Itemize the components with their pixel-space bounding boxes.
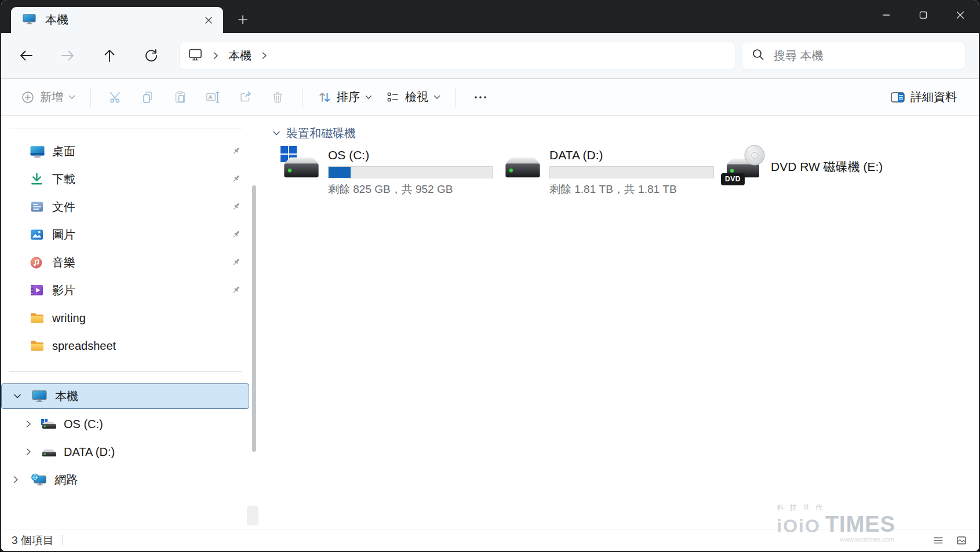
rename-button[interactable] [196, 85, 229, 110]
tree-item-label: OS (C:) [64, 418, 103, 431]
details-pane-button[interactable]: 詳細資料 [883, 85, 964, 110]
music-icon [30, 256, 45, 269]
toolbar-separator [302, 87, 303, 107]
maximize-button[interactable] [905, 0, 942, 30]
pin-icon [231, 285, 241, 297]
drive-info: OS (C:) 剩餘 825 GB，共 952 GB [328, 148, 493, 197]
tab-close-icon[interactable] [200, 12, 217, 29]
tree-item-label: DATA (D:) [64, 445, 115, 459]
data-drive-icon [504, 148, 541, 183]
explorer-tab[interactable]: 本機 [11, 7, 223, 33]
refresh-button[interactable] [138, 42, 165, 69]
navigation-pane: 桌面 下載 [1, 116, 260, 529]
sidebar-scrollbar-track[interactable] [247, 506, 258, 525]
view-button[interactable]: 檢視 [379, 85, 447, 110]
tree-item-os-c[interactable]: OS (C:) [1, 410, 260, 438]
sidebar-item-label: spreadsheet [52, 339, 260, 353]
sidebar-item-documents[interactable]: 文件 [1, 193, 260, 221]
pictures-icon [30, 228, 45, 241]
group-header-devices[interactable]: 裝置和磁碟機 [272, 125, 979, 141]
chevron-down-icon [68, 95, 75, 100]
content-area: 桌面 下載 [1, 116, 979, 529]
drive-info: DATA (D:) 剩餘 1.81 TB，共 1.81 TB [549, 148, 714, 197]
chevron-down-icon [365, 95, 372, 100]
large-icons-view-toggle[interactable] [952, 532, 971, 549]
items-count: 3 個項目 [12, 533, 54, 548]
sort-button-label: 排序 [337, 89, 360, 105]
pin-icon [231, 146, 241, 158]
folder-icon [30, 339, 45, 352]
drive-name: OS (C:) [328, 148, 493, 162]
sidebar-item-music[interactable]: 音樂 [1, 248, 260, 276]
breadcrumb-root[interactable]: 本機 [228, 48, 252, 64]
drive-tile-dvd-e[interactable]: DVD DVD RW 磁碟機 (E:) [726, 148, 941, 197]
title-bar: 本機 [1, 0, 979, 33]
search-box[interactable] [742, 42, 965, 69]
cut-button[interactable] [99, 85, 132, 110]
sidebar-item-label: 圖片 [52, 227, 260, 243]
minimize-button[interactable] [868, 0, 905, 30]
pin-icon [231, 257, 241, 269]
sidebar-item-spreadsheet[interactable]: spreadsheet [1, 332, 260, 360]
computer-icon [188, 47, 203, 64]
search-input[interactable] [774, 49, 956, 63]
chevron-down-icon[interactable] [13, 393, 23, 399]
sort-button[interactable]: 排序 [311, 85, 379, 110]
sidebar-item-writing[interactable]: writing [1, 304, 260, 332]
tree-item-network[interactable]: 網路 [1, 466, 260, 493]
share-button[interactable] [229, 85, 261, 110]
up-button[interactable] [96, 42, 123, 69]
sidebar-item-label: 音樂 [52, 255, 260, 270]
tree-item-data-d[interactable]: DATA (D:) [1, 438, 260, 466]
dvd-drive-icon: DVD [726, 148, 763, 183]
pinned-section: 桌面 下載 [1, 129, 260, 365]
this-pc-icon [32, 390, 49, 403]
tree-item-this-pc[interactable]: 本機 [1, 383, 249, 409]
pin-icon [231, 174, 241, 186]
chevron-right-icon[interactable] [13, 476, 22, 484]
sidebar-item-desktop[interactable]: 桌面 [1, 137, 260, 165]
tab-title: 本機 [45, 12, 200, 28]
drive-tile-data-d[interactable]: DATA (D:) 剩餘 1.81 TB，共 1.81 TB [504, 148, 720, 197]
pin-icon [231, 229, 241, 242]
details-pane-icon [890, 91, 905, 104]
drive-name: DVD RW 磁碟機 (E:) [771, 160, 883, 174]
new-tab-button[interactable] [232, 9, 254, 30]
data-drive-icon [41, 446, 58, 458]
sidebar-item-pictures[interactable]: 圖片 [1, 221, 260, 248]
delete-button[interactable] [261, 85, 294, 110]
sidebar-item-label: 影片 [52, 283, 260, 298]
drive-tile-os-c[interactable]: OS (C:) 剩餘 825 GB，共 952 GB [283, 148, 498, 197]
dvd-disc-icon [744, 145, 765, 166]
sidebar-item-label: 文件 [52, 199, 260, 215]
pin-icon [231, 202, 241, 214]
new-button-label: 新增 [40, 89, 63, 105]
navigation-bar: 本機 [1, 33, 979, 78]
file-explorer-window: 本機 [0, 0, 980, 552]
tree-section: 本機 OS (C:) [1, 372, 260, 493]
chevron-right-icon [212, 52, 219, 60]
view-button-label: 檢視 [405, 89, 428, 105]
close-window-button[interactable] [942, 0, 979, 30]
more-options-button[interactable] [464, 85, 497, 110]
sidebar-scrollbar[interactable] [252, 185, 256, 452]
toolbar-separator [456, 87, 456, 107]
details-view-toggle[interactable] [929, 532, 948, 549]
toolbar-separator [90, 87, 91, 107]
folder-icon [30, 312, 45, 324]
chevron-right-icon[interactable] [25, 448, 35, 456]
sidebar-item-downloads[interactable]: 下載 [1, 165, 260, 193]
sidebar-item-label: 下載 [52, 171, 260, 187]
breadcrumb[interactable]: 本機 [180, 42, 735, 69]
chevron-right-icon[interactable] [261, 52, 268, 60]
capacity-bar-fill [329, 167, 351, 178]
desktop-icon [30, 145, 45, 158]
paste-button[interactable] [164, 85, 196, 110]
back-button[interactable] [13, 42, 39, 69]
copy-button[interactable] [132, 85, 164, 110]
forward-button[interactable] [54, 42, 81, 69]
sidebar-item-videos[interactable]: 影片 [1, 276, 260, 304]
chevron-right-icon[interactable] [25, 420, 35, 428]
new-button[interactable]: 新增 [14, 85, 82, 110]
details-pane-label: 詳細資料 [910, 89, 957, 105]
